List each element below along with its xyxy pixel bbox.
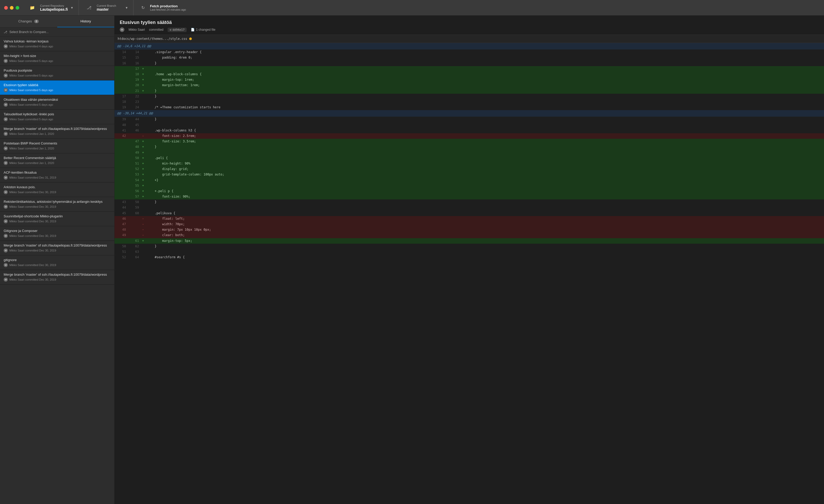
commit-item[interactable]: Taloudelliset kytkökset -linkki pois M M… xyxy=(0,110,114,124)
diff-row: 46 - float: left; xyxy=(114,216,824,221)
diff-row: 50 + .peli { xyxy=(114,156,824,161)
commit-date: committed 5 days ago xyxy=(25,89,54,92)
diff-marker: - xyxy=(140,221,145,227)
line-num-old xyxy=(114,83,127,88)
line-num-new: 21 xyxy=(127,88,140,94)
commit-avatar: M xyxy=(4,117,8,121)
commit-item[interactable]: Puuttuva puolipiste M Mikko Saari commit… xyxy=(0,66,114,81)
branch-compare[interactable]: ⎇ Select Branch to Compare... xyxy=(0,28,114,37)
window-controls xyxy=(4,6,19,10)
line-num-new: 18 xyxy=(127,72,140,77)
commit-item-meta: M Mikko Saari committed Jan 1, 2020 xyxy=(4,146,111,150)
content-area: Etusivun tyylien säätöä M Mikko Saari co… xyxy=(114,16,824,504)
commit-item[interactable]: Min-height > font-size M Mikko Saari com… xyxy=(0,51,114,66)
diff-row: 44 59 xyxy=(114,205,824,210)
line-num-old: 19 xyxy=(114,105,127,110)
diff-marker: + xyxy=(140,72,145,77)
commit-item[interactable]: Gitignore ja Composer M Mikko Saari comm… xyxy=(0,226,114,241)
line-num-new: 24 xyxy=(127,105,140,110)
diff-marker xyxy=(140,199,145,205)
diff-marker: + xyxy=(140,166,145,172)
commit-item[interactable]: Vahva tulokas -leiman korjaus M Mikko Sa… xyxy=(0,37,114,51)
repo-section[interactable]: 📁 Current Repository Lautapeliopas.fi ▼ xyxy=(24,0,79,15)
diff-code: float: left; xyxy=(145,216,824,221)
commit-item[interactable]: Arkiston kuvaus pois. M Mikko Saari comm… xyxy=(0,183,114,197)
diff-row: 45 60 .pelikuva { xyxy=(114,211,824,216)
commit-hash: ⊙ dd94e17 xyxy=(168,28,187,32)
commit-item-meta: M Mikko Saari committed Jan 1, 2020 xyxy=(4,161,111,165)
line-num-old: 52 xyxy=(114,255,127,260)
commit-item-meta: M Mikko Saari committed Dec 30, 2019 xyxy=(4,190,111,194)
line-num-old: 47 xyxy=(114,221,127,227)
commit-item-meta: M Mikko Saari committed Dec 30, 2019 xyxy=(4,278,111,282)
diff-row: 52 + display: grid; xyxy=(114,166,824,172)
commit-author: Mikko Saari xyxy=(9,205,24,208)
minimize-button[interactable] xyxy=(10,6,13,10)
repo-arrow: ▼ xyxy=(71,6,74,10)
commit-item[interactable]: Otsakkeen tilaa vähän pienemmäksi M Mikk… xyxy=(0,95,114,110)
diff-code: } xyxy=(145,144,824,150)
diff-marker: - xyxy=(140,232,145,238)
diff-code: font-size: 3.5rem; xyxy=(145,139,824,144)
commit-item[interactable]: gitignore M Mikko Saari committed Dec 30… xyxy=(0,256,114,270)
line-num-old: 44 xyxy=(114,205,127,210)
diff-row: 15 15 padding: 4rem 0; xyxy=(114,55,824,61)
diff-code xyxy=(145,205,824,210)
line-num-new xyxy=(127,227,140,232)
commit-item[interactable]: Better Recent Commentsin säätöjä M Mikko… xyxy=(0,153,114,168)
commit-date: committed Dec 31, 2019 xyxy=(25,176,56,179)
committed-label: committed xyxy=(149,28,164,31)
diff-code xyxy=(145,249,824,255)
commit-avatar: M xyxy=(4,205,8,209)
commit-date: committed 5 days ago xyxy=(25,59,54,63)
diff-row: 61 + margin-top: 5px; xyxy=(114,238,824,244)
commit-author: Mikko Saari xyxy=(9,234,24,237)
line-num-new: 44 xyxy=(127,117,140,122)
content-header: Etusivun tyylien säätöä M Mikko Saari co… xyxy=(114,16,824,35)
commit-date: committed Dec 30, 2019 xyxy=(25,264,56,267)
diff-row: 41 46 .wp-block-columns h3 { xyxy=(114,128,824,133)
line-num-old: 45 xyxy=(114,211,127,216)
commit-item[interactable]: Poistetaan BWP Recent Comments M Mikko S… xyxy=(0,139,114,153)
line-num-new: 22 xyxy=(127,94,140,99)
commit-item[interactable]: Suunnittelijat-shortcode Mikko-plugariin… xyxy=(0,212,114,226)
tab-history[interactable]: History xyxy=(57,16,114,27)
diff-marker: + xyxy=(140,194,145,199)
line-num-new: 50 xyxy=(127,156,140,161)
diff-row: 21 + } xyxy=(114,88,824,94)
repo-label: Current Repository xyxy=(40,4,68,7)
diff-code: } xyxy=(145,88,824,94)
tab-changes[interactable]: Changes 8 xyxy=(0,16,57,27)
commit-item-meta: M Mikko Saari committed Jan 1, 2020 xyxy=(4,132,111,136)
line-num-old xyxy=(114,139,127,144)
changed-file-badge: 📄 1 changed file xyxy=(191,28,215,31)
commit-item[interactable]: Merge branch 'master' of ssh://lautapeli… xyxy=(0,270,114,285)
diff-marker: + xyxy=(140,183,145,189)
diff-marker xyxy=(140,55,145,61)
compare-icon: ⎇ xyxy=(4,30,7,34)
commit-item[interactable]: Etusivun tyylien säätöä M Mikko Saari co… xyxy=(0,81,114,95)
line-num-new: 47 xyxy=(127,139,140,144)
commit-author: Mikko Saari xyxy=(9,249,24,252)
branch-section[interactable]: ⎇ Current Branch master ▼ xyxy=(82,0,133,15)
diff-row: 49 + xyxy=(114,150,824,156)
maximize-button[interactable] xyxy=(16,6,19,10)
commit-author: Mikko Saari xyxy=(9,162,24,165)
sidebar: Changes 8 History ⎇ Select Branch to Com… xyxy=(0,16,114,504)
diff-marker xyxy=(140,99,145,105)
line-num-new: 61 xyxy=(127,238,140,244)
diff-row: 16 16 } xyxy=(114,61,824,66)
commit-item[interactable]: ACF-kenttien fiksailua M Mikko Saari com… xyxy=(0,168,114,183)
diff-row: 56 + +.peli p { xyxy=(114,189,824,194)
commit-item[interactable]: Merge branch 'master' of ssh://lautapeli… xyxy=(0,241,114,256)
diff-marker xyxy=(140,49,145,55)
commit-item[interactable]: Merge branch 'master' of ssh://lautapeli… xyxy=(0,124,114,139)
commit-info-bar: M Mikko Saari committed ⊙ dd94e17 📄 1 ch… xyxy=(120,27,819,32)
commit-item[interactable]: Rekisteröintitarkistus, arkistosivi lyhy… xyxy=(0,197,114,212)
close-button[interactable] xyxy=(4,6,8,10)
commit-author: Mikko Saari xyxy=(9,147,24,150)
diff-content[interactable]: @@ -14,6 +14,11 @@ 14 14 .singular .entr… xyxy=(114,43,824,504)
diff-marker: - xyxy=(140,227,145,232)
fetch-section[interactable]: ↻ Fetch production Last fetched 24 minut… xyxy=(136,0,193,15)
diff-code: } xyxy=(145,199,824,205)
